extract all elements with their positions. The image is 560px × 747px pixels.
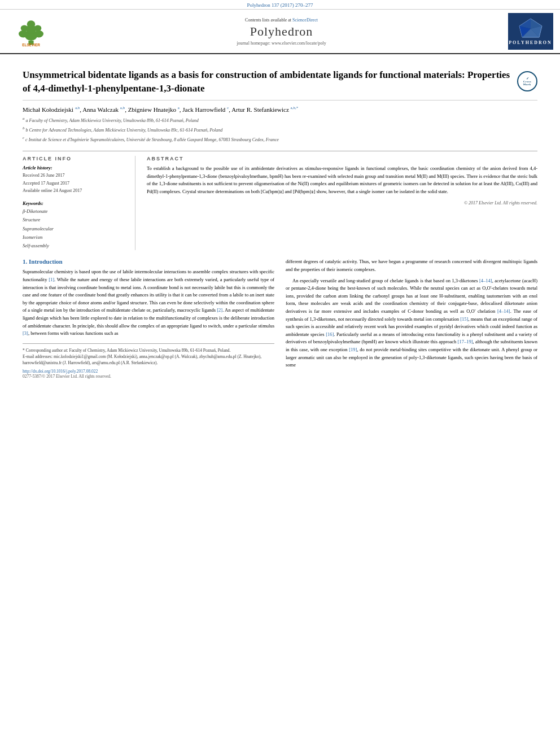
article-info-column: ARTICLE INFO Article history: Received 2…: [23, 156, 135, 250]
author-1: Michał Kołodziejski a,b: [23, 106, 80, 113]
badge-label: POLYHEDRON: [509, 40, 552, 45]
crossmark-icon: ✓ CrossMark: [517, 71, 537, 91]
keyword-2: Structure: [23, 216, 126, 224]
svg-point-7: [34, 25, 42, 32]
article-title: Unsymmetrical bidentate ligands as a bas…: [23, 68, 511, 95]
keywords-list: β-Diketonate Structure Supramolecular Is…: [23, 207, 126, 250]
email-footnote: E-mail addresses: mic.kolodziejski1@gmai…: [23, 353, 274, 366]
article-dates: Received 26 June 2017 Accepted 17 August…: [23, 172, 126, 195]
journal-header: ELSEVIER Contents lists available at Sci…: [0, 10, 560, 54]
affiliation-a: a a Faculty of Chemistry, Adam Mickiewic…: [23, 116, 537, 124]
accepted-date: Accepted 17 August 2017: [23, 180, 126, 187]
elsevier-tree-svg: ELSEVIER: [11, 16, 51, 47]
authors-section: Michał Kołodziejski a,b, Anna Walczak a,…: [23, 101, 537, 146]
polyhedron-icon: [517, 18, 545, 40]
abstract-heading: ABSTRACT: [147, 156, 537, 161]
svg-point-4: [19, 30, 28, 38]
author-5: Artur R. Stefankiewicz a,b,*: [231, 106, 298, 113]
svg-point-6: [21, 25, 28, 32]
intro-para-2: different degrees of catalytic activity.…: [286, 258, 537, 273]
intro-heading: 1. Introduction: [23, 258, 274, 265]
article-title-area: Unsymmetrical bidentate ligands as a bas…: [23, 68, 511, 95]
journal-homepage: journal homepage: www.elsevier.com/locat…: [237, 41, 326, 46]
body-section: 1. Introduction Supramolecular chemistry…: [23, 258, 537, 378]
affiliation-b: b b Centre for Advanced Technologies, Ad…: [23, 125, 537, 134]
doi-line: http://dx.doi.org/10.1016/j.poly.2017.08…: [23, 369, 274, 374]
keyword-3: Supramolecular: [23, 225, 126, 233]
sciencedirect-notice: Contents lists available at ScienceDirec…: [245, 18, 318, 23]
intro-body-left: Supramolecular chemistry is based upon t…: [23, 268, 274, 337]
svg-point-5: [34, 30, 44, 38]
polyhedron-badge-area: POLYHEDRON: [506, 13, 554, 50]
copyright-line: © 2017 Elsevier Ltd. All rights reserved…: [147, 200, 537, 206]
author-2: Anna Walczak a,b: [82, 106, 125, 113]
intro-body-right: different degrees of catalytic activity.…: [286, 258, 537, 369]
article-content: Unsymmetrical bidentate ligands as a bas…: [0, 54, 560, 385]
info-abstract-row: ARTICLE INFO Article history: Received 2…: [23, 151, 537, 250]
journal-title: Polyhedron: [250, 24, 313, 39]
svg-point-3: [27, 20, 36, 28]
keyword-1: β-Diketonate: [23, 207, 126, 216]
abstract-column: ABSTRACT To establish a background to th…: [147, 156, 537, 250]
abstract-text: To establish a background to the possibl…: [147, 165, 537, 195]
crossmark-badge: ✓ CrossMark: [517, 71, 537, 91]
received-date: Received 26 June 2017: [23, 172, 126, 180]
footnote-area: * Corresponding author at: Faculty of Ch…: [23, 343, 274, 379]
elsevier-logo: ELSEVIER: [11, 16, 51, 47]
online-date: Available online 24 August 2017: [23, 187, 126, 195]
polyhedron-badge: POLYHEDRON: [508, 13, 553, 50]
journal-center: Contents lists available at ScienceDirec…: [61, 13, 502, 50]
intro-para-3: An especially versatile and long-studied…: [286, 277, 537, 369]
corresponding-footnote: * Corresponding author at: Faculty of Ch…: [23, 347, 274, 353]
affiliation-c: c c Institut de Science et d'Ingénierie …: [23, 135, 537, 143]
intro-para-1: Supramolecular chemistry is based upon t…: [23, 268, 274, 337]
article-info-heading: ARTICLE INFO: [23, 156, 126, 161]
article-title-section: Unsymmetrical bidentate ligands as a bas…: [23, 60, 537, 101]
sciencedirect-link[interactable]: ScienceDirect: [292, 18, 318, 23]
author-4: Jack Harrowfield c: [182, 106, 229, 113]
elsevier-logo-area: ELSEVIER: [6, 13, 56, 50]
journal-citation: Polyhedron 137 (2017) 270–277: [0, 0, 560, 10]
keyword-4: Isomerism: [23, 233, 126, 242]
svg-text:ELSEVIER: ELSEVIER: [22, 43, 40, 47]
authors-line: Michał Kołodziejski a,b, Anna Walczak a,…: [23, 105, 537, 115]
author-3: Zbigniew Hnatejko a: [128, 106, 180, 113]
keywords-label: Keywords:: [23, 200, 126, 206]
keyword-5: Self-assembly: [23, 242, 126, 250]
body-left-column: 1. Introduction Supramolecular chemistry…: [23, 258, 274, 378]
issn-line: 0277-5387/© 2017 Elsevier Ltd. All right…: [23, 374, 274, 379]
history-label: Article history:: [23, 165, 126, 171]
body-right-column: different degrees of catalytic activity.…: [286, 258, 537, 378]
citation-text: Polyhedron 137 (2017) 270–277: [247, 2, 313, 8]
